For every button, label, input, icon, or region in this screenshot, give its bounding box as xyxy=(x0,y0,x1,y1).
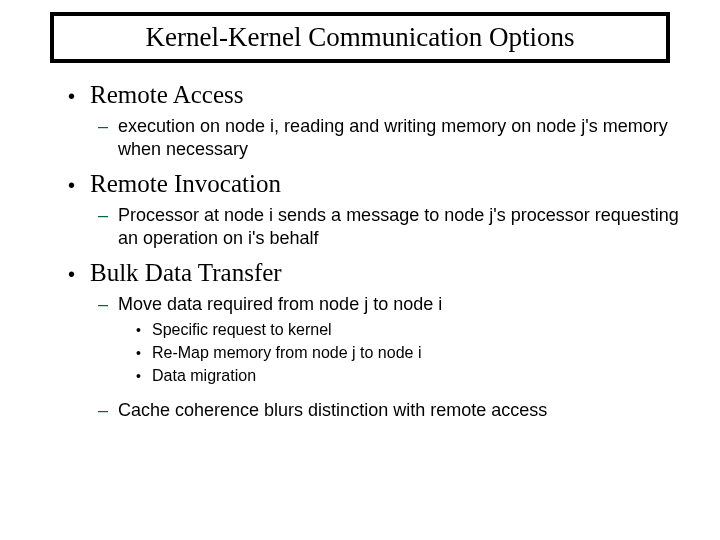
sub-item: – Processor at node i sends a message to… xyxy=(98,204,690,249)
dash-icon: – xyxy=(98,400,118,421)
dash-icon: – xyxy=(98,294,118,315)
subsub-text: Specific request to kernel xyxy=(152,320,332,340)
dash-icon: – xyxy=(98,116,118,137)
section-remote-access: • Remote Access – execution on node i, r… xyxy=(68,81,690,160)
subsub-text: Data migration xyxy=(152,366,256,386)
top-list: • Remote Access – execution on node i, r… xyxy=(30,81,690,421)
section-heading: Remote Access xyxy=(90,81,243,109)
subsub-item: • Re-Map memory from node j to node i xyxy=(136,343,690,363)
subsub-item: • Data migration xyxy=(136,366,690,386)
dot-icon: • xyxy=(136,368,152,384)
subsub-item: • Specific request to kernel xyxy=(136,320,690,340)
section-heading: Bulk Data Transfer xyxy=(90,259,282,287)
dot-icon: • xyxy=(136,322,152,338)
slide-title: Kernel-Kernel Communication Options xyxy=(50,12,670,63)
slide-content: • Remote Access – execution on node i, r… xyxy=(0,81,720,421)
sub-text: Cache coherence blurs distinction with r… xyxy=(118,399,547,422)
section-heading: Remote Invocation xyxy=(90,170,281,198)
sub-text: execution on node i, reading and writing… xyxy=(118,115,690,160)
sub-item: – execution on node i, reading and writi… xyxy=(98,115,690,160)
bullet-icon: • xyxy=(68,85,90,108)
subsub-text: Re-Map memory from node j to node i xyxy=(152,343,421,363)
section-remote-invocation: • Remote Invocation – Processor at node … xyxy=(68,170,690,249)
dot-icon: • xyxy=(136,345,152,361)
section-bulk-data-transfer: • Bulk Data Transfer – Move data require… xyxy=(68,259,690,421)
sub-item: – Cache coherence blurs distinction with… xyxy=(98,399,690,422)
dash-icon: – xyxy=(98,205,118,226)
bullet-icon: • xyxy=(68,263,90,286)
sub-text: Move data required from node j to node i xyxy=(118,293,442,316)
sub-item: – Move data required from node j to node… xyxy=(98,293,690,395)
bullet-icon: • xyxy=(68,174,90,197)
sub-text: Processor at node i sends a message to n… xyxy=(118,204,690,249)
